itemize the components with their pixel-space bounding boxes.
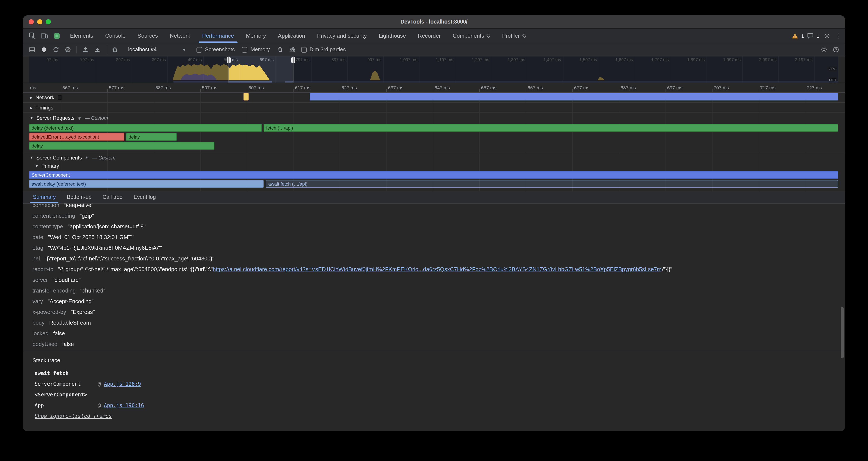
header-value: ReadableStream: [49, 319, 91, 326]
window-left-handle[interactable]: [228, 56, 229, 83]
timeline-bar-delay-deferred-text[interactable]: delay (deferred text): [29, 124, 262, 132]
header-row: bodyReadableStream: [23, 317, 845, 328]
issues-bubble-icon[interactable]: [806, 30, 815, 41]
kebab-menu-icon[interactable]: ⋮: [835, 30, 841, 41]
collapse-arrow-icon[interactable]: ▼: [35, 164, 38, 168]
timeline-bar-await-fetch-api[interactable]: await fetch (…/api): [266, 180, 838, 188]
warning-icon[interactable]: [791, 30, 799, 41]
track-config-icon[interactable]: ∗: [78, 115, 82, 121]
summary-scrollbar-thumb[interactable]: [841, 307, 844, 358]
header-value: "gzip": [80, 212, 94, 219]
show-ignore-listed-frames-link[interactable]: Show ignore-listed frames: [35, 411, 112, 422]
tab-call-tree[interactable]: Call tree: [97, 191, 128, 203]
header-value: "{\"report_to\":\"cf-nel\",\"success_fra…: [44, 255, 214, 262]
collapse-arrow-icon[interactable]: ▼: [30, 156, 33, 160]
track-server-requests[interactable]: ▼ Server Requests ∗ — Custom: [23, 113, 845, 123]
clear-icon[interactable]: [62, 44, 73, 55]
track-config-icon[interactable]: ∗: [85, 155, 89, 161]
header-key: etag: [32, 244, 43, 251]
load-profile-icon-glyph: [82, 46, 89, 53]
history-select[interactable]: localhost #4 ▼: [125, 45, 190, 55]
ruler-tick: [247, 89, 247, 92]
stack-source-link[interactable]: App.js:128:9: [104, 379, 141, 390]
tab-performance[interactable]: Performance: [196, 29, 240, 43]
toggle-recording-view-icon[interactable]: [27, 44, 38, 55]
zoom-window-button[interactable]: [46, 19, 51, 24]
tab-network[interactable]: Network: [164, 29, 196, 43]
timeline-bar-servercomponent[interactable]: ServerComponent: [29, 171, 838, 179]
record-and-reload-icon[interactable]: [51, 44, 62, 55]
ruler-tick-label: 707 ms: [714, 85, 729, 90]
ruler-tick-label: 667 ms: [528, 85, 543, 90]
collect-garbage-icon[interactable]: [275, 44, 285, 55]
track-primary[interactable]: ▼ Primary: [23, 162, 845, 170]
ruler-tick: [479, 89, 480, 92]
save-profile-icon[interactable]: [92, 44, 103, 55]
timeline-bar-fetch-api[interactable]: fetch (…/api): [264, 124, 838, 132]
minimize-window-button[interactable]: [37, 19, 42, 24]
header-row: bodyUsedfalse: [23, 339, 845, 349]
custom-track-suffix: — Custom: [85, 115, 108, 121]
timeline-bar-event[interactable]: [244, 93, 249, 100]
close-window-button[interactable]: [29, 19, 34, 24]
timeline-bar-delay[interactable]: delay: [29, 142, 214, 150]
track-timings[interactable]: ▶ Timings: [23, 103, 845, 113]
tab-bottom-up[interactable]: Bottom-up: [61, 191, 97, 203]
throttling-tune-icon-glyph: [288, 46, 296, 53]
collapse-arrow-icon[interactable]: ▼: [30, 116, 33, 120]
checkbox-label: Memory: [251, 47, 270, 53]
toolbar-separator: [76, 46, 77, 54]
inspect-icon[interactable]: [27, 30, 38, 41]
settings-gear-icon[interactable]: [822, 30, 833, 41]
timeline-bar-delay[interactable]: delay: [126, 133, 177, 141]
tab-profiler[interactable]: Profiler: [496, 29, 532, 43]
track-server-components[interactable]: ▼ Server Components ∗ — Custom: [23, 153, 845, 162]
toggle-recording-view-icon-glyph: [29, 46, 35, 53]
extension-icon[interactable]: [51, 30, 62, 41]
tab-application[interactable]: Application: [272, 29, 311, 43]
report-to-url-link[interactable]: https://a.nel.cloudflare.com/report/v4?s…: [213, 266, 661, 272]
stack-source-link[interactable]: App.js:190:16: [104, 400, 144, 411]
tab-event-log[interactable]: Event log: [128, 191, 161, 203]
expand-arrow-icon[interactable]: ▶: [30, 106, 32, 110]
dim-3rd-parties-checkbox[interactable]: Dim 3rd parties: [301, 47, 346, 53]
live-metrics-home-icon[interactable]: [110, 44, 120, 55]
tab-label: Event log: [133, 194, 156, 200]
timeline-bar-await-delay-deferred-text[interactable]: await delay (deferred text): [29, 180, 264, 188]
throttling-tune-icon[interactable]: [286, 44, 298, 55]
svg-text:?: ?: [835, 48, 837, 52]
capture-settings-gear-icon[interactable]: [818, 44, 830, 55]
tab-components[interactable]: Components: [446, 29, 496, 43]
tab-elements[interactable]: Elements: [64, 29, 99, 43]
timeline-overview[interactable]: 97 ms197 ms297 ms397 ms497 ms597 ms697 m…: [23, 56, 845, 83]
record-icon[interactable]: [38, 44, 50, 55]
issues-bubble-icon-glyph: [807, 32, 814, 39]
tab-summary[interactable]: Summary: [27, 191, 61, 203]
timeline-bar-delayederror-ayed-exception[interactable]: delayedError (…ayed exception): [29, 133, 124, 141]
load-profile-icon[interactable]: [80, 44, 91, 55]
screenshots-checkbox[interactable]: Screenshots: [196, 47, 235, 53]
devtools-tabbar: ElementsConsoleSourcesNetworkPerformance…: [23, 29, 845, 43]
header-key: x-powered-by: [32, 309, 66, 315]
header-key: content-type: [32, 223, 63, 230]
help-icon[interactable]: ?: [830, 44, 841, 55]
header-value: false: [53, 330, 65, 337]
tab-lighthouse[interactable]: Lighthouse: [373, 29, 412, 43]
tab-label: Call tree: [102, 194, 122, 200]
bar-label: ServerComponent: [32, 172, 70, 177]
tab-console[interactable]: Console: [99, 29, 131, 43]
window-right-handle[interactable]: [293, 56, 293, 83]
device-toolbar-icon[interactable]: [39, 30, 50, 41]
traffic-lights: [29, 16, 51, 28]
header-row: x-powered-by"Express": [23, 307, 845, 317]
tab-memory[interactable]: Memory: [240, 29, 272, 43]
window-title: DevTools - localhost:3000/: [400, 19, 468, 25]
tab-sources[interactable]: Sources: [131, 29, 164, 43]
memory-checkbox[interactable]: Memory: [242, 47, 270, 53]
ruler-tick-label: 597 ms: [202, 85, 217, 90]
tab-recorder[interactable]: Recorder: [412, 29, 446, 43]
timeline-bar-event[interactable]: [310, 93, 838, 100]
tab-privacy-and-security[interactable]: Privacy and security: [311, 29, 373, 43]
chevron-down-icon: ▼: [182, 47, 186, 52]
track-network[interactable]: ▶ Network: [23, 93, 845, 103]
